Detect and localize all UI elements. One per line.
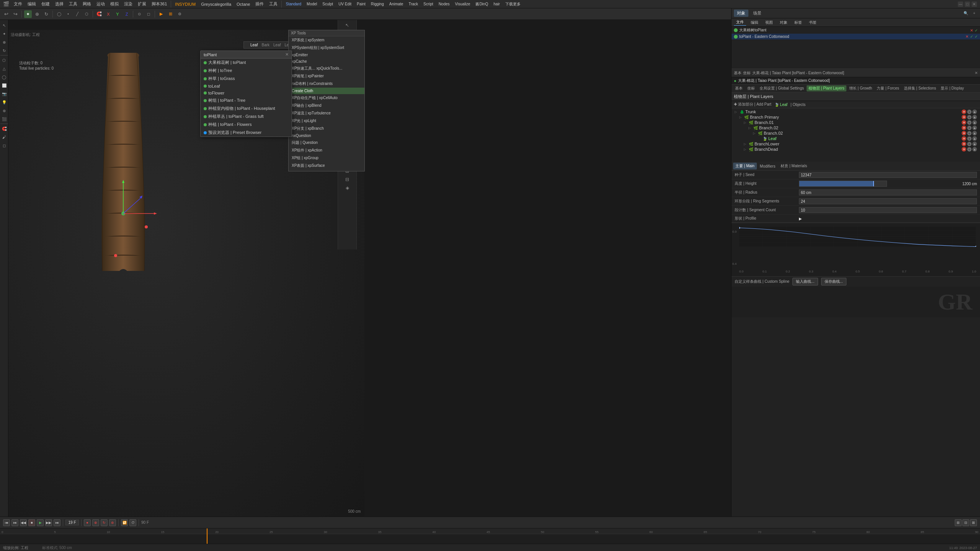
leaf-vis-btn[interactable]: ◯ <box>967 136 972 141</box>
expand-branch01[interactable]: ▷ <box>744 121 748 124</box>
tl-mode-2[interactable]: ⊟ <box>962 519 969 526</box>
bd-del-btn[interactable]: ✕ <box>962 147 966 152</box>
b02b-del-btn[interactable]: ✕ <box>962 131 966 135</box>
create-nrbs[interactable]: ◯ <box>0 73 8 81</box>
menu-paint[interactable]: Paint <box>354 1 368 7</box>
xp-item-11[interactable]: XP光 | xpLight <box>289 117 364 125</box>
props-tab-modifiers[interactable]: Modifiers <box>758 163 778 169</box>
go-start-btn[interactable]: ⏮ <box>3 519 10 526</box>
create-camera[interactable]: 📷 <box>0 90 8 98</box>
obj-green-2[interactable]: ✓ <box>975 34 978 39</box>
bd-vis-btn[interactable]: ◯ <box>967 147 972 152</box>
attr-tab-coords[interactable]: 坐标 <box>743 70 751 76</box>
paint-tool[interactable]: 🖌 <box>0 133 8 141</box>
pl-tab-plant-layers[interactable]: 植物层 | Plant Layers <box>807 85 846 91</box>
maximize-button[interactable]: □ <box>965 2 970 7</box>
menu-rigging[interactable]: Rigging <box>369 1 386 7</box>
seed-input[interactable] <box>799 172 977 178</box>
render-active-view[interactable]: ▶ <box>157 10 165 18</box>
add-part-btn[interactable]: ✚ 添加部分 | Add Part <box>734 102 771 107</box>
layer-branch-primary[interactable]: ▷ 🌿 Branch Primary ✕ ◯ ▲ <box>738 114 978 120</box>
menu-mesh[interactable]: 网格 <box>80 0 93 8</box>
snap-btn[interactable]: 🧲 <box>95 10 103 18</box>
rp-tab-scene[interactable]: 场景 <box>750 10 764 17</box>
scale-tool[interactable]: ⊕ <box>33 10 41 18</box>
mid-icon-18[interactable]: ⊟ <box>343 176 351 183</box>
axis-z-btn[interactable]: Z <box>123 10 131 18</box>
profile-arrow[interactable]: ▶ <box>799 217 977 221</box>
xp-item-12[interactable]: XP分支 | xpBranch <box>289 125 364 132</box>
leaf-up-btn[interactable]: ▲ <box>972 136 977 141</box>
menu-sculpt[interactable]: Sculpt <box>320 1 335 7</box>
popup-item-7[interactable]: 种植草丛 | toPlant - Grass tuft <box>201 112 292 121</box>
attr-tab-basic[interactable]: 基本 <box>734 70 742 76</box>
bl-vis-btn[interactable]: ◯ <box>967 142 972 146</box>
menu-jiangdinq[interactable]: 酱DinQ <box>473 1 490 8</box>
loop-btn[interactable]: 🔁 <box>121 519 128 526</box>
create-mograph[interactable]: ⊛ <box>0 107 8 114</box>
popup-item-9[interactable]: 预设浏览器 | Preset Browser <box>201 129 292 137</box>
save-curve-btn[interactable]: 保存曲线... <box>821 278 846 285</box>
b01-vis-btn[interactable]: ◯ <box>967 120 972 125</box>
create-light[interactable]: 💡 <box>0 98 8 106</box>
fps-btn[interactable]: ⏱ <box>129 519 136 526</box>
bl-del-btn[interactable]: ✕ <box>962 142 966 146</box>
leaf-tab-0[interactable] <box>245 42 248 48</box>
b02b-vis-btn[interactable]: ◯ <box>967 131 972 135</box>
current-frame-input[interactable] <box>65 520 79 525</box>
layer-branch-lower[interactable]: ▷ 🌿 BranchLower ✕ ◯ ▲ <box>742 141 978 147</box>
menu-render[interactable]: 渲染 <box>122 0 135 8</box>
menu-animate[interactable]: Animate <box>387 1 406 7</box>
b02b-up-btn[interactable]: ▲ <box>972 131 977 135</box>
obj-check-1[interactable]: ✓ <box>970 34 973 39</box>
props-tab-main[interactable]: 主要 | Main <box>733 163 757 170</box>
rp-search-icon[interactable]: 🔍 <box>962 10 969 17</box>
pl-tab-base[interactable]: 基本 <box>733 85 745 91</box>
snap-enable[interactable]: 🧲 <box>0 125 8 132</box>
menu-model[interactable]: Model <box>304 1 319 7</box>
timeline-track[interactable]: 0 5 10 15 20 25 30 35 40 45 50 55 60 65 … <box>0 528 980 544</box>
xp-item-6[interactable]: nxD布料 | nxConstraints <box>289 80 364 88</box>
xp-item-13[interactable]: nxQuestion <box>289 132 364 139</box>
leaf-tab-1[interactable]: Leaf <box>248 42 260 48</box>
menu-tools2[interactable]: 工具 <box>267 0 280 8</box>
pl-tab-growth[interactable]: 增长 | Growth <box>847 85 874 91</box>
selection-tool[interactable]: ↖ <box>0 21 8 29</box>
menu-octane[interactable]: Octane <box>234 1 252 7</box>
radius-input[interactable] <box>799 189 977 196</box>
tl-mode-1[interactable]: ⊞ <box>955 519 962 526</box>
popup-item-8[interactable]: 种植 | toPlant - Flowers <box>201 121 292 129</box>
layer-branch02a[interactable]: ▷ 🌿 Branch.02 ✕ ◯ ▲ <box>747 125 978 130</box>
b02a-vis-btn[interactable]: ◯ <box>967 126 972 130</box>
render-settings[interactable]: ⚙ <box>176 10 183 18</box>
popup-item-2[interactable]: 种草 | toGrass <box>201 75 292 83</box>
menu-hair[interactable]: hair <box>491 1 502 7</box>
height-slider[interactable] <box>799 181 887 187</box>
pl-tab-coords[interactable]: 坐标 <box>745 85 757 91</box>
curve-svg[interactable] <box>739 227 976 247</box>
obj-row-1[interactable]: toPlant - Eastern Cottonwood ✕ ✓ ✓ <box>732 34 980 39</box>
b02a-up-btn[interactable]: ▲ <box>972 126 977 130</box>
menu-greyscalegorilla[interactable]: Greyscalegorilla <box>199 1 234 7</box>
record-scale-btn[interactable]: ⊛ <box>109 519 116 526</box>
menu-script[interactable]: 脚本361 <box>149 0 169 8</box>
b01-del-btn[interactable]: ✕ <box>962 120 966 125</box>
axis-btn[interactable]: X <box>105 10 112 18</box>
menu-uvedit[interactable]: UV Edit <box>336 1 354 7</box>
play-rev-btn[interactable]: ◀◀ <box>20 519 27 526</box>
xp-item-7[interactable]: Create Cloth <box>289 88 364 94</box>
menu-select[interactable]: 选择 <box>53 0 66 8</box>
expand-trunk[interactable]: ▷ <box>735 110 738 114</box>
rotate-btn[interactable]: ↻ <box>0 47 8 54</box>
popup-item-0[interactable]: 大果棉花树 | toPlant <box>201 59 292 67</box>
poly-mode[interactable]: ⬡ <box>83 10 90 18</box>
leaf-tab-leaf2[interactable]: Leaf <box>271 42 283 48</box>
scale-btn[interactable]: ⊕ <box>0 38 8 46</box>
expand-branch02b[interactable]: ▷ <box>753 132 757 135</box>
rp-add-icon[interactable]: + <box>971 10 978 17</box>
popup-close[interactable]: ✕ <box>285 52 289 57</box>
xp-item-17[interactable]: XP表面 | xpSurface <box>289 162 364 170</box>
play-next-btn[interactable]: ▶▶ <box>45 519 52 526</box>
bp-del-btn[interactable]: ✕ <box>962 115 966 119</box>
redo-button[interactable]: ↪ <box>11 10 19 18</box>
